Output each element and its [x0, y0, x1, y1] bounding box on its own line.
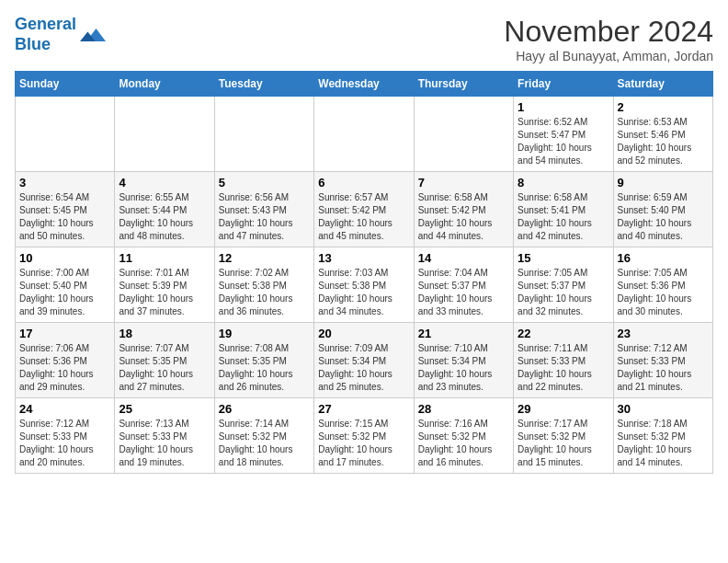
day-number: 23: [618, 327, 709, 340]
day-number: 4: [119, 176, 210, 190]
day-info: Sunrise: 7:08 AM Sunset: 5:35 PM Dayligh…: [219, 342, 310, 394]
day-cell: 11Sunrise: 7:01 AM Sunset: 5:39 PM Dayli…: [115, 247, 214, 323]
day-number: 5: [219, 176, 310, 190]
day-info: Sunrise: 7:14 AM Sunset: 5:32 PM Dayligh…: [219, 418, 310, 469]
day-cell: 20Sunrise: 7:09 AM Sunset: 5:34 PM Dayli…: [314, 323, 414, 398]
day-number: 24: [19, 402, 110, 416]
day-cell: 16Sunrise: 7:05 AM Sunset: 5:36 PM Dayli…: [613, 247, 712, 323]
day-info: Sunrise: 6:58 AM Sunset: 5:41 PM Dayligh…: [518, 191, 609, 243]
day-info: Sunrise: 7:04 AM Sunset: 5:37 PM Dayligh…: [418, 267, 509, 318]
day-number: 6: [318, 176, 409, 190]
day-info: Sunrise: 6:54 AM Sunset: 5:45 PM Dayligh…: [19, 191, 110, 243]
day-info: Sunrise: 7:02 AM Sunset: 5:38 PM Dayligh…: [219, 267, 310, 318]
day-info: Sunrise: 6:57 AM Sunset: 5:42 PM Dayligh…: [318, 191, 409, 243]
day-cell: 5Sunrise: 6:56 AM Sunset: 5:43 PM Daylig…: [214, 172, 313, 247]
day-number: 26: [219, 402, 310, 416]
day-cell: 28Sunrise: 7:16 AM Sunset: 5:32 PM Dayli…: [414, 398, 513, 474]
day-number: 16: [618, 251, 709, 265]
day-number: 3: [19, 176, 110, 190]
day-cell: [414, 97, 513, 172]
day-cell: 13Sunrise: 7:03 AM Sunset: 5:38 PM Dayli…: [314, 247, 414, 323]
logo: GeneralBlue: [15, 15, 106, 54]
day-cell: 15Sunrise: 7:05 AM Sunset: 5:37 PM Dayli…: [514, 247, 613, 323]
day-number: 2: [618, 100, 709, 114]
title-block: November 2024 Hayy al Bunayyat, Amman, J…: [504, 15, 713, 63]
day-number: 21: [418, 327, 509, 340]
day-cell: 4Sunrise: 6:55 AM Sunset: 5:44 PM Daylig…: [115, 172, 214, 247]
day-number: 22: [518, 327, 609, 340]
day-info: Sunrise: 7:11 AM Sunset: 5:33 PM Dayligh…: [518, 342, 609, 394]
day-info: Sunrise: 7:06 AM Sunset: 5:36 PM Dayligh…: [19, 342, 110, 394]
day-number: 30: [618, 402, 709, 416]
day-cell: 19Sunrise: 7:08 AM Sunset: 5:35 PM Dayli…: [214, 323, 313, 398]
header-monday: Monday: [115, 72, 214, 97]
day-cell: [214, 97, 313, 172]
day-cell: 3Sunrise: 6:54 AM Sunset: 5:45 PM Daylig…: [16, 172, 115, 247]
day-info: Sunrise: 7:07 AM Sunset: 5:35 PM Dayligh…: [119, 342, 210, 394]
day-cell: 30Sunrise: 7:18 AM Sunset: 5:32 PM Dayli…: [613, 398, 712, 474]
week-row-1: 3Sunrise: 6:54 AM Sunset: 5:45 PM Daylig…: [16, 172, 713, 247]
day-number: 12: [219, 251, 310, 265]
day-number: 29: [518, 402, 609, 416]
day-cell: 24Sunrise: 7:12 AM Sunset: 5:33 PM Dayli…: [16, 398, 115, 474]
day-cell: 29Sunrise: 7:17 AM Sunset: 5:32 PM Dayli…: [514, 398, 613, 474]
day-cell: 2Sunrise: 6:53 AM Sunset: 5:46 PM Daylig…: [613, 97, 712, 172]
day-number: 14: [418, 251, 509, 265]
week-row-4: 24Sunrise: 7:12 AM Sunset: 5:33 PM Dayli…: [16, 398, 713, 474]
day-cell: 21Sunrise: 7:10 AM Sunset: 5:34 PM Dayli…: [414, 323, 513, 398]
day-number: 11: [119, 251, 210, 265]
day-number: 18: [119, 327, 210, 340]
day-info: Sunrise: 7:00 AM Sunset: 5:40 PM Dayligh…: [19, 267, 110, 318]
day-cell: 18Sunrise: 7:07 AM Sunset: 5:35 PM Dayli…: [115, 323, 214, 398]
day-number: 8: [518, 176, 609, 190]
day-number: 20: [318, 327, 409, 340]
header-thursday: Thursday: [414, 72, 513, 97]
calendar-body: 1Sunrise: 6:52 AM Sunset: 5:47 PM Daylig…: [16, 97, 713, 474]
calendar-table: SundayMondayTuesdayWednesdayThursdayFrid…: [15, 71, 713, 474]
day-cell: 27Sunrise: 7:15 AM Sunset: 5:32 PM Dayli…: [314, 398, 414, 474]
day-cell: 6Sunrise: 6:57 AM Sunset: 5:42 PM Daylig…: [314, 172, 414, 247]
header-sunday: Sunday: [16, 72, 115, 97]
day-number: 13: [318, 251, 409, 265]
day-info: Sunrise: 7:17 AM Sunset: 5:32 PM Dayligh…: [518, 418, 609, 469]
day-info: Sunrise: 6:56 AM Sunset: 5:43 PM Dayligh…: [219, 191, 310, 243]
day-cell: 12Sunrise: 7:02 AM Sunset: 5:38 PM Dayli…: [214, 247, 313, 323]
day-info: Sunrise: 7:12 AM Sunset: 5:33 PM Dayligh…: [618, 342, 709, 394]
header-saturday: Saturday: [613, 72, 712, 97]
day-info: Sunrise: 6:52 AM Sunset: 5:47 PM Dayligh…: [518, 116, 609, 167]
day-info: Sunrise: 7:05 AM Sunset: 5:37 PM Dayligh…: [518, 267, 609, 318]
day-cell: 25Sunrise: 7:13 AM Sunset: 5:33 PM Dayli…: [115, 398, 214, 474]
day-info: Sunrise: 7:12 AM Sunset: 5:33 PM Dayligh…: [19, 418, 110, 469]
day-number: 28: [418, 402, 509, 416]
day-info: Sunrise: 6:58 AM Sunset: 5:42 PM Dayligh…: [418, 191, 509, 243]
day-info: Sunrise: 7:01 AM Sunset: 5:39 PM Dayligh…: [119, 267, 210, 318]
day-info: Sunrise: 7:18 AM Sunset: 5:32 PM Dayligh…: [618, 418, 709, 469]
day-number: 9: [618, 176, 709, 190]
header-wednesday: Wednesday: [314, 72, 414, 97]
day-info: Sunrise: 7:09 AM Sunset: 5:34 PM Dayligh…: [318, 342, 409, 394]
day-info: Sunrise: 6:53 AM Sunset: 5:46 PM Dayligh…: [618, 116, 709, 167]
day-cell: 22Sunrise: 7:11 AM Sunset: 5:33 PM Dayli…: [514, 323, 613, 398]
day-info: Sunrise: 7:03 AM Sunset: 5:38 PM Dayligh…: [318, 267, 409, 318]
logo-text: GeneralBlue: [15, 15, 76, 54]
page-header: GeneralBlue November 2024 Hayy al Bunayy…: [15, 15, 713, 63]
day-cell: 7Sunrise: 6:58 AM Sunset: 5:42 PM Daylig…: [414, 172, 513, 247]
day-number: 15: [518, 251, 609, 265]
day-cell: [115, 97, 214, 172]
day-cell: 14Sunrise: 7:04 AM Sunset: 5:37 PM Dayli…: [414, 247, 513, 323]
header-friday: Friday: [514, 72, 613, 97]
calendar-header-row: SundayMondayTuesdayWednesdayThursdayFrid…: [16, 72, 713, 97]
week-row-2: 10Sunrise: 7:00 AM Sunset: 5:40 PM Dayli…: [16, 247, 713, 323]
day-cell: 10Sunrise: 7:00 AM Sunset: 5:40 PM Dayli…: [16, 247, 115, 323]
day-cell: 23Sunrise: 7:12 AM Sunset: 5:33 PM Dayli…: [613, 323, 712, 398]
day-number: 19: [219, 327, 310, 340]
day-cell: 8Sunrise: 6:58 AM Sunset: 5:41 PM Daylig…: [514, 172, 613, 247]
day-number: 25: [119, 402, 210, 416]
day-cell: 1Sunrise: 6:52 AM Sunset: 5:47 PM Daylig…: [514, 97, 613, 172]
week-row-3: 17Sunrise: 7:06 AM Sunset: 5:36 PM Dayli…: [16, 323, 713, 398]
day-cell: 9Sunrise: 6:59 AM Sunset: 5:40 PM Daylig…: [613, 172, 712, 247]
day-cell: [314, 97, 414, 172]
location-subtitle: Hayy al Bunayyat, Amman, Jordan: [504, 49, 713, 63]
day-info: Sunrise: 6:59 AM Sunset: 5:40 PM Dayligh…: [618, 191, 709, 243]
day-info: Sunrise: 7:13 AM Sunset: 5:33 PM Dayligh…: [119, 418, 210, 469]
